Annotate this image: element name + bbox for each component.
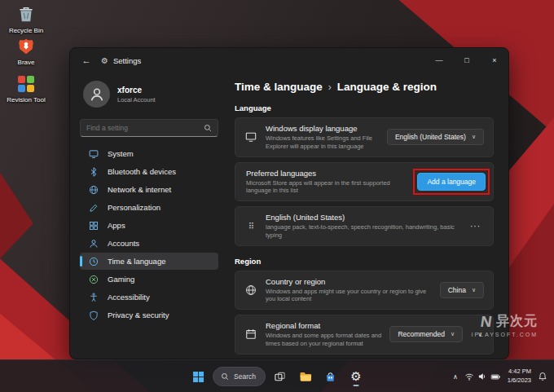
settings-search[interactable] xyxy=(80,119,218,137)
globe-icon xyxy=(88,185,99,195)
clock-icon xyxy=(88,257,99,266)
notification-bell-icon[interactable] xyxy=(538,372,547,381)
file-explorer-icon xyxy=(299,370,312,383)
windows-logo-icon xyxy=(193,372,204,382)
setting-row-preferred-languages: Preferred languages Microsoft Store apps… xyxy=(235,162,494,202)
taskbar-search[interactable]: Search xyxy=(213,367,266,386)
row-title: Regional format xyxy=(266,321,381,330)
breadcrumb-separator-icon: › xyxy=(328,81,332,93)
setting-row-display-language[interactable]: Windows display language Windows feature… xyxy=(235,117,494,157)
site-watermark: N 异次元 IPLAYSOFT.COM xyxy=(472,313,539,337)
selection-indicator xyxy=(80,256,82,266)
annotation-highlight-box: Add a language xyxy=(413,169,490,195)
pencil-icon xyxy=(88,203,99,213)
back-button[interactable]: ← xyxy=(77,51,96,69)
settings-window: ← ⚙ Settings — □ × xforce Local Account xyxy=(69,47,509,359)
revision-tool-icon xyxy=(15,73,37,95)
monitor-icon xyxy=(244,131,257,143)
system-icon xyxy=(88,149,99,159)
sidebar-item-label: Gaming xyxy=(108,275,134,284)
settings-taskbar-button[interactable]: ⚙ xyxy=(345,366,367,387)
row-description: language pack, text-to-speech, speech re… xyxy=(266,223,459,240)
sidebar-item-gaming[interactable]: Gaming xyxy=(80,271,218,288)
calendar-icon xyxy=(244,328,257,340)
sidebar-item-apps[interactable]: Apps xyxy=(80,217,218,234)
dropdown-value: English (United States) xyxy=(395,133,466,141)
bluetooth-icon xyxy=(88,167,99,177)
setting-row-regional-format[interactable]: Regional format Windows and some apps fo… xyxy=(235,315,494,355)
search-icon xyxy=(221,372,229,381)
sidebar-item-network-internet[interactable]: Network & internet xyxy=(80,181,218,198)
sidebar-item-privacy-security[interactable]: Privacy & security xyxy=(80,306,218,324)
settings-sidebar: xforce Local Account System Blueto xyxy=(70,73,226,359)
chevron-down-icon: ∨ xyxy=(472,287,476,293)
battery-icon xyxy=(490,372,501,382)
section-heading-language: Language xyxy=(235,104,494,112)
sidebar-item-system[interactable]: System xyxy=(80,145,218,162)
user-account-type: Local Account xyxy=(117,96,156,104)
maximize-button[interactable]: □ xyxy=(453,48,481,73)
desktop-icon-brave[interactable]: Brave xyxy=(2,36,50,66)
task-view-button[interactable] xyxy=(270,366,291,387)
settings-app-icon: ⚙ xyxy=(101,56,108,65)
taskbar: Search ⚙ ∧ 4:42 PM xyxy=(0,359,554,392)
watermark-logo: N xyxy=(480,314,493,329)
sidebar-item-label: Apps xyxy=(108,221,125,230)
close-button[interactable]: × xyxy=(481,48,508,73)
sidebar-item-personalization[interactable]: Personalization xyxy=(80,199,218,216)
desktop-icon-label: Revision Tool xyxy=(7,96,45,104)
breadcrumb-parent[interactable]: Time & language xyxy=(235,81,323,93)
row-title: Windows display language xyxy=(266,124,379,133)
user-account[interactable]: xforce Local Account xyxy=(80,76,218,112)
volume-icon xyxy=(477,372,487,381)
sidebar-item-time-language[interactable]: Time & language xyxy=(80,253,218,270)
chevron-down-icon: ∨ xyxy=(472,134,476,140)
task-view-icon xyxy=(274,371,286,383)
setting-row-country-region[interactable]: Country or region Windows and apps might… xyxy=(235,271,494,311)
taskbar-time: 4:42 PM xyxy=(508,368,531,377)
window-title: Settings xyxy=(113,56,141,65)
settings-main-panel: Time & language › Language & region Lang… xyxy=(226,73,508,359)
desktop-icon-revision-tool[interactable]: Revision Tool xyxy=(2,73,50,104)
search-input[interactable] xyxy=(86,124,199,132)
microsoft-store-icon xyxy=(324,371,336,383)
start-button[interactable] xyxy=(187,366,209,387)
gear-icon: ⚙ xyxy=(350,369,361,384)
avatar xyxy=(83,81,110,108)
drag-handle-icon[interactable]: ⠿ xyxy=(244,222,257,231)
dropdown-value: Recommended xyxy=(398,330,445,338)
sidebar-item-label: Bluetooth & devices xyxy=(108,167,176,176)
taskbar-search-label: Search xyxy=(234,372,256,381)
sidebar-item-accounts[interactable]: Accounts xyxy=(80,235,218,252)
page-title: Language & region xyxy=(337,81,437,93)
sidebar-item-accessibility[interactable]: Accessibility xyxy=(80,288,218,306)
row-description: Windows features like Settings and File … xyxy=(266,134,379,151)
regional-format-dropdown[interactable]: Recommended ∨ xyxy=(389,326,463,342)
row-title: Preferred languages xyxy=(246,169,405,178)
taskbar-date: 1/6/2023 xyxy=(508,377,531,385)
globe-icon xyxy=(244,284,257,296)
minimize-button[interactable]: — xyxy=(425,48,453,73)
sidebar-item-label: Privacy & security xyxy=(108,311,169,319)
watermark-title: 异次元 xyxy=(496,313,538,330)
microsoft-store-button[interactable] xyxy=(320,366,341,387)
dropdown-value: China xyxy=(448,286,466,294)
sidebar-item-label: Accounts xyxy=(108,239,139,248)
setting-row-language-english-us[interactable]: ⠿ English (United States) language pack,… xyxy=(235,206,494,246)
taskbar-clock[interactable]: 4:42 PM 1/6/2023 xyxy=(508,368,531,385)
system-tray-status[interactable] xyxy=(464,372,501,382)
display-language-dropdown[interactable]: English (United States) ∨ xyxy=(387,129,484,145)
more-options-icon[interactable]: ··· xyxy=(467,220,484,232)
desktop-icon-label: Brave xyxy=(18,59,35,66)
sidebar-item-label: Network & internet xyxy=(108,185,171,194)
sidebar-item-label: System xyxy=(108,149,134,158)
country-region-dropdown[interactable]: China ∨ xyxy=(440,282,484,298)
add-a-language-button[interactable]: Add a language xyxy=(417,173,486,191)
file-explorer-button[interactable] xyxy=(295,366,316,387)
desktop-icon-recycle-bin[interactable]: Recycle Bin xyxy=(2,4,50,34)
sidebar-item-bluetooth-devices[interactable]: Bluetooth & devices xyxy=(80,163,218,180)
brave-icon xyxy=(15,36,37,57)
sidebar-item-label: Accessibility xyxy=(108,293,150,302)
desktop-icon-label: Recycle Bin xyxy=(9,27,43,34)
hidden-icons-chevron-icon[interactable]: ∧ xyxy=(453,373,458,381)
